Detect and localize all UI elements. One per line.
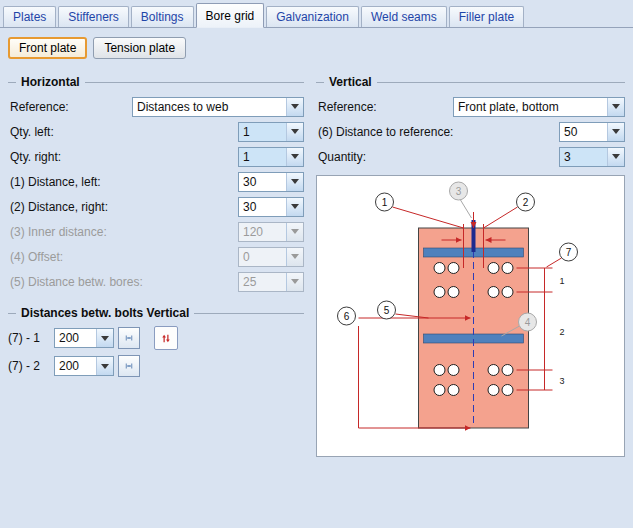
combo-value: 3 bbox=[560, 148, 607, 166]
chevron-down-icon[interactable] bbox=[96, 329, 113, 347]
chevron-down-icon[interactable] bbox=[607, 148, 624, 166]
flip-direction-button[interactable] bbox=[154, 326, 178, 350]
tab-stiffeners[interactable]: Stiffeners bbox=[58, 6, 128, 27]
svg-text:7: 7 bbox=[566, 247, 572, 258]
vertical-reference-label: Reference: bbox=[316, 100, 453, 114]
chevron-down-icon[interactable] bbox=[286, 198, 303, 216]
distance-to-reference-label: (6) Distance to reference: bbox=[316, 125, 559, 139]
balloon-7: 7 bbox=[560, 243, 578, 261]
combo-value: 1 bbox=[239, 148, 286, 166]
bolt-distance-label-2: (7) - 2 bbox=[8, 359, 54, 373]
combo-value: 30 bbox=[239, 198, 286, 216]
chevron-down-icon[interactable] bbox=[286, 173, 303, 191]
svg-text:5: 5 bbox=[384, 305, 390, 316]
inner-distance-label: (3) Inner distance: bbox=[8, 225, 238, 239]
qty-right-combo[interactable]: 1 bbox=[238, 147, 304, 167]
chevron-down-icon[interactable] bbox=[286, 123, 303, 141]
group-title: Horizontal bbox=[21, 75, 80, 89]
tab-plates[interactable]: Plates bbox=[3, 6, 56, 27]
balloon-4: 4 bbox=[519, 313, 537, 331]
svg-text:4: 4 bbox=[525, 317, 531, 328]
tab-weld-seams[interactable]: Weld seams bbox=[361, 6, 447, 27]
tab-boltings[interactable]: Boltings bbox=[131, 6, 194, 27]
bolt-spacing-icon bbox=[125, 330, 133, 346]
inner-distance-combo: 120 bbox=[238, 222, 304, 242]
distances-betw-bolts-group: Distances betw. bolts Vertical (7) - 1 2… bbox=[8, 306, 304, 377]
chevron-down-icon[interactable] bbox=[607, 123, 624, 141]
horizontal-group: Horizontal Reference: Distances to web Q… bbox=[8, 75, 304, 292]
bolt-distance-combo-1[interactable]: 200 bbox=[54, 328, 114, 348]
distance-left-combo[interactable]: 30 bbox=[238, 172, 304, 192]
tab-label: Weld seams bbox=[371, 10, 437, 24]
reference-label: Reference: bbox=[8, 100, 132, 114]
bolt-spacing-button[interactable] bbox=[118, 327, 140, 349]
tab-label: Filler plate bbox=[459, 10, 514, 24]
chevron-down-icon[interactable] bbox=[286, 98, 303, 116]
plate-selector: Front plate Tension plate bbox=[0, 28, 633, 63]
combo-value: 200 bbox=[55, 357, 96, 375]
combo-value: 120 bbox=[239, 223, 286, 241]
chevron-down-icon[interactable] bbox=[607, 98, 624, 116]
diagram-panel: 1 2 3 1 3 2 7 bbox=[316, 175, 625, 457]
tab-bar: Plates Stiffeners Boltings Bore grid Gal… bbox=[0, 0, 633, 28]
tab-label: Bore grid bbox=[206, 9, 255, 23]
vertical-reference-combo[interactable]: Front plate, bottom bbox=[453, 97, 625, 117]
inner-distance-row: (3) Inner distance: 120 bbox=[8, 221, 304, 242]
tab-bore-grid[interactable]: Bore grid bbox=[196, 3, 265, 28]
vertical-reference-row: Reference: Front plate, bottom bbox=[316, 96, 625, 117]
front-plate-button[interactable]: Front plate bbox=[8, 37, 87, 59]
tension-plate-button[interactable]: Tension plate bbox=[93, 37, 186, 59]
tab-galvanization[interactable]: Galvanization bbox=[266, 6, 359, 27]
group-header: Distances betw. bolts Vertical bbox=[8, 306, 304, 320]
bolt-spacing-icon bbox=[125, 358, 133, 374]
qty-right-label: Qty. right: bbox=[8, 150, 238, 164]
dim-index-3: 3 bbox=[560, 376, 565, 386]
svg-text:3: 3 bbox=[456, 186, 462, 197]
distance-left-row: (1) Distance, left: 30 bbox=[8, 171, 304, 192]
quantity-combo[interactable]: 3 bbox=[559, 147, 625, 167]
group-title: Vertical bbox=[329, 75, 372, 89]
bolt-distance-row-1: (7) - 1 200 bbox=[8, 327, 304, 349]
dim-index-2: 2 bbox=[560, 327, 565, 337]
balloon-6: 6 bbox=[338, 307, 356, 325]
group-header: Horizontal bbox=[8, 75, 304, 89]
distance-right-label: (2) Distance, right: bbox=[8, 200, 238, 214]
distance-right-row: (2) Distance, right: 30 bbox=[8, 196, 304, 217]
balloon-5: 5 bbox=[378, 301, 396, 319]
bore-grid-dialog: Plates Stiffeners Boltings Bore grid Gal… bbox=[0, 0, 633, 528]
bolt-spacing-button[interactable] bbox=[118, 355, 140, 377]
qty-left-row: Qty. left: 1 bbox=[8, 121, 304, 142]
combo-value: 1 bbox=[239, 123, 286, 141]
dim-index-1: 1 bbox=[560, 276, 565, 286]
quantity-row: Quantity: 3 bbox=[316, 146, 625, 167]
offset-row: (4) Offset: 0 bbox=[8, 246, 304, 267]
bolt-distance-combo-2[interactable]: 200 bbox=[54, 356, 114, 376]
tab-label: Stiffeners bbox=[68, 10, 118, 24]
distance-to-reference-combo[interactable]: 50 bbox=[559, 122, 625, 142]
chevron-down-icon[interactable] bbox=[96, 357, 113, 375]
combo-value: 200 bbox=[55, 329, 96, 347]
bolt-layout-drawing: 1 2 3 1 3 2 7 bbox=[317, 176, 624, 456]
tab-filler-plate[interactable]: Filler plate bbox=[449, 6, 524, 27]
combo-value: Front plate, bottom bbox=[454, 98, 607, 116]
distance-betw-bores-combo: 25 bbox=[238, 272, 304, 292]
tab-label: Galvanization bbox=[276, 10, 349, 24]
qty-right-row: Qty. right: 1 bbox=[8, 146, 304, 167]
chevron-down-icon bbox=[286, 223, 303, 241]
distance-right-combo[interactable]: 30 bbox=[238, 197, 304, 217]
svg-text:6: 6 bbox=[344, 311, 350, 322]
group-title: Distances betw. bolts Vertical bbox=[21, 306, 189, 320]
combo-value: 50 bbox=[560, 123, 607, 141]
qty-left-label: Qty. left: bbox=[8, 125, 238, 139]
combo-value: 25 bbox=[239, 273, 286, 291]
qty-left-combo[interactable]: 1 bbox=[238, 122, 304, 142]
balloon-1: 1 bbox=[376, 193, 394, 211]
tab-label: Plates bbox=[13, 10, 46, 24]
distance-to-reference-row: (6) Distance to reference: 50 bbox=[316, 121, 625, 142]
distance-betw-bores-row: (5) Distance betw. bores: 25 bbox=[8, 271, 304, 292]
chevron-down-icon[interactable] bbox=[286, 148, 303, 166]
group-header: Vertical bbox=[316, 75, 625, 89]
horizontal-reference-combo[interactable]: Distances to web bbox=[132, 97, 304, 117]
svg-text:1: 1 bbox=[382, 197, 388, 208]
reference-row: Reference: Distances to web bbox=[8, 96, 304, 117]
